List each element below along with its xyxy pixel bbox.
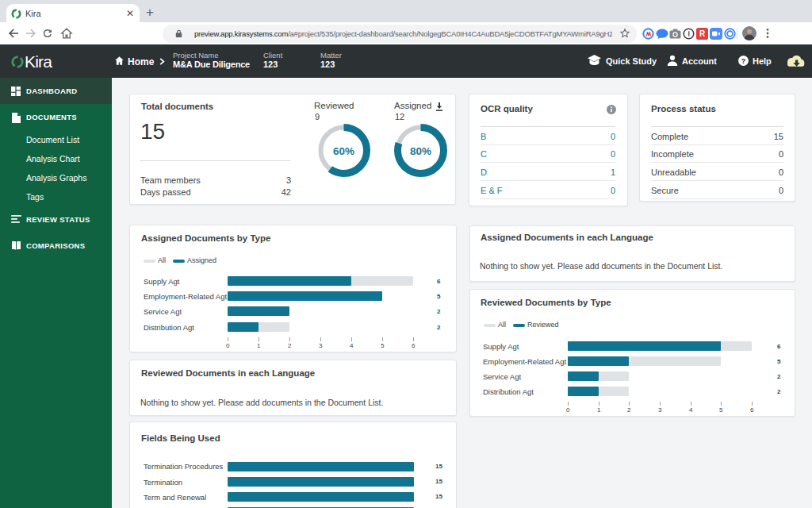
svg-text:R: R xyxy=(699,29,706,38)
svg-text:?: ? xyxy=(741,57,745,65)
svg-text:80%: 80% xyxy=(410,145,431,157)
svg-text:60%: 60% xyxy=(333,145,354,157)
